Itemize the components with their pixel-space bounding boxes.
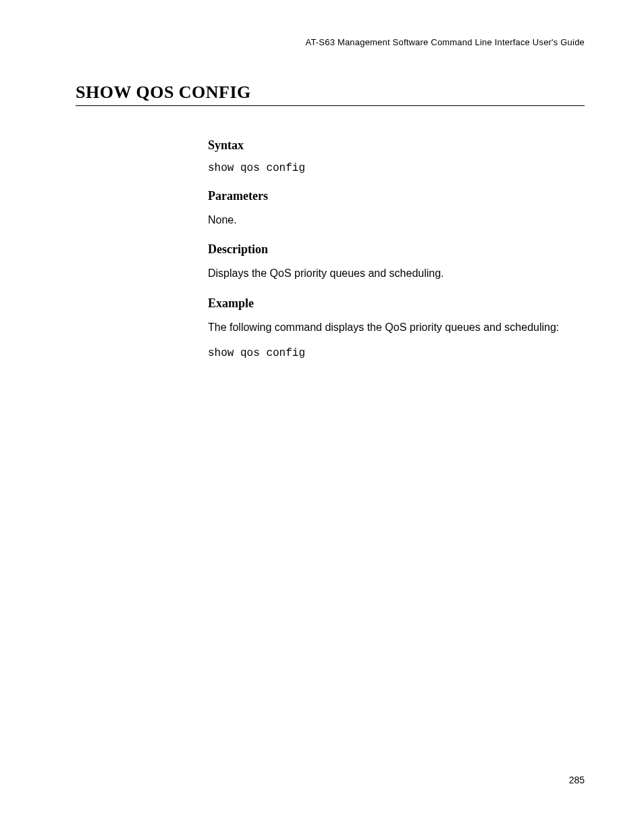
page-title: SHOW QOS CONFIG	[76, 82, 585, 106]
parameters-text: None.	[208, 213, 585, 228]
description-text: Displays the QoS priority queues and sch…	[208, 266, 585, 281]
example-heading: Example	[208, 296, 585, 311]
example-text: The following command displays the QoS p…	[208, 320, 585, 335]
example-command: show qos config	[208, 347, 585, 359]
syntax-command: show qos config	[208, 162, 585, 174]
content-area: Syntax show qos config Parameters None. …	[208, 138, 585, 359]
header-document-title: AT-S63 Management Software Command Line …	[76, 37, 585, 47]
document-page: AT-S63 Management Software Command Line …	[0, 0, 644, 834]
parameters-heading: Parameters	[208, 189, 585, 203]
syntax-heading: Syntax	[208, 138, 585, 153]
page-number: 285	[569, 775, 585, 785]
description-heading: Description	[208, 242, 585, 257]
